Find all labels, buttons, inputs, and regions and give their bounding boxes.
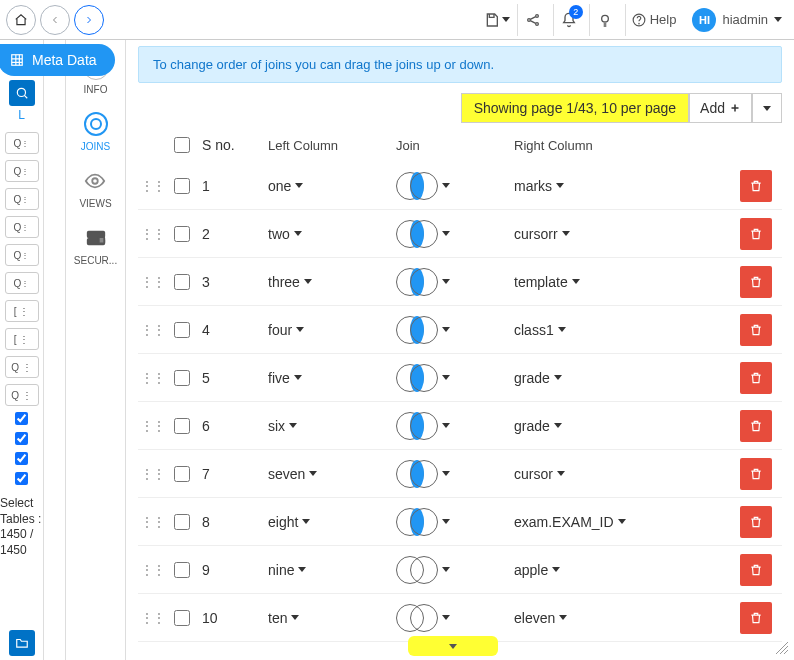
row-checkbox[interactable] (170, 178, 194, 194)
delete-row-button[interactable] (740, 314, 772, 346)
join-type-dropdown[interactable] (396, 603, 450, 633)
rail-mini-button[interactable]: Q ⋮ (5, 188, 39, 210)
row-checkbox[interactable] (170, 562, 194, 578)
right-column-dropdown[interactable]: apple (514, 562, 560, 578)
right-column-dropdown[interactable]: cursorr (514, 226, 570, 242)
drag-handle-icon[interactable]: ⋮⋮ (141, 467, 165, 481)
select-all-checkbox[interactable] (170, 137, 194, 153)
join-type-dropdown[interactable] (396, 363, 450, 393)
right-column-dropdown[interactable]: template (514, 274, 580, 290)
share-button[interactable] (517, 4, 549, 36)
drag-handle-icon[interactable]: ⋮⋮ (141, 515, 165, 529)
nav-forward-button[interactable] (74, 5, 104, 35)
drag-handle-icon[interactable]: ⋮⋮ (141, 179, 165, 193)
drag-handle-icon[interactable]: ⋮⋮ (141, 323, 165, 337)
meta-data-pill[interactable]: Meta Data (0, 44, 115, 76)
sidebar-item-joins[interactable]: JOINS (81, 105, 111, 156)
rail-mini-button[interactable]: Q ⋮ (5, 160, 39, 182)
left-column-dropdown[interactable]: five (268, 370, 302, 386)
plus-icon (729, 102, 741, 114)
drag-handle-icon[interactable]: ⋮⋮ (141, 227, 165, 241)
add-button[interactable]: Add (689, 93, 752, 123)
delete-row-button[interactable] (740, 362, 772, 394)
right-column-dropdown[interactable]: marks (514, 178, 564, 194)
rail-mini-button[interactable]: Q ⋮ (5, 272, 39, 294)
rail-mini-button[interactable]: Q ⋮ (5, 216, 39, 238)
help-button[interactable]: Help (625, 4, 683, 36)
row-checkbox[interactable] (170, 370, 194, 386)
sidebar-item-security[interactable]: SECUR... (74, 219, 117, 270)
join-type-dropdown[interactable] (396, 459, 450, 489)
rail-mini-button[interactable]: Q ⋮ (5, 356, 39, 378)
table-row: ⋮⋮3three template (138, 258, 782, 306)
left-column-dropdown[interactable]: nine (268, 562, 306, 578)
resize-grip-icon[interactable] (776, 642, 788, 654)
nav-home-button[interactable] (6, 5, 36, 35)
right-column-dropdown[interactable]: exam.EXAM_ID (514, 514, 626, 530)
left-column-dropdown[interactable]: seven (268, 466, 317, 482)
left-column-dropdown[interactable]: ten (268, 610, 299, 626)
delete-row-button[interactable] (740, 458, 772, 490)
user-menu[interactable]: HI hiadmin (686, 8, 788, 32)
drag-handle-icon[interactable]: ⋮⋮ (141, 275, 165, 289)
left-column-dropdown[interactable]: two (268, 226, 302, 242)
join-type-dropdown[interactable] (396, 267, 450, 297)
rail-check[interactable] (15, 412, 28, 428)
join-type-dropdown[interactable] (396, 411, 450, 441)
right-column-dropdown[interactable]: class1 (514, 322, 566, 338)
row-checkbox[interactable] (170, 274, 194, 290)
nav-back-button[interactable] (40, 5, 70, 35)
right-column-dropdown[interactable]: cursor (514, 466, 565, 482)
drag-handle-icon[interactable]: ⋮⋮ (141, 563, 165, 577)
rail-mini-button[interactable]: Q ⋮ (5, 384, 39, 406)
table-row: ⋮⋮8eight exam.EXAM_ID (138, 498, 782, 546)
delete-row-button[interactable] (740, 266, 772, 298)
delete-row-button[interactable] (740, 602, 772, 634)
right-column-dropdown[interactable]: grade (514, 418, 562, 434)
save-button[interactable] (481, 4, 513, 36)
search-button[interactable] (9, 80, 35, 106)
drag-handle-icon[interactable]: ⋮⋮ (141, 371, 165, 385)
delete-row-button[interactable] (740, 170, 772, 202)
row-checkbox[interactable] (170, 610, 194, 626)
left-column-dropdown[interactable]: four (268, 322, 304, 338)
left-column-dropdown[interactable]: three (268, 274, 312, 290)
rail-mini-button[interactable]: Q ⋮ (5, 244, 39, 266)
row-checkbox[interactable] (170, 226, 194, 242)
rail-folder-button[interactable] (9, 630, 35, 656)
pager-menu[interactable] (752, 93, 782, 123)
right-column-dropdown[interactable]: grade (514, 370, 562, 386)
delete-row-button[interactable] (740, 554, 772, 586)
delete-row-button[interactable] (740, 506, 772, 538)
left-column-dropdown[interactable]: six (268, 418, 297, 434)
row-checkbox[interactable] (170, 514, 194, 530)
join-type-dropdown[interactable] (396, 315, 450, 345)
rail-mini-button[interactable]: [ ⋮ (5, 300, 39, 322)
caret-down-icon (298, 567, 306, 572)
expand-more-button[interactable] (408, 636, 498, 656)
rail-mini-button[interactable]: [ ⋮ (5, 328, 39, 350)
row-checkbox[interactable] (170, 322, 194, 338)
rail-check[interactable] (15, 432, 28, 448)
rail-mini-button[interactable]: Q ⋮ (5, 132, 39, 154)
join-type-dropdown[interactable] (396, 171, 450, 201)
rail-check[interactable] (15, 452, 28, 468)
caret-down-icon (557, 471, 565, 476)
drag-handle-icon[interactable]: ⋮⋮ (141, 419, 165, 433)
delete-row-button[interactable] (740, 410, 772, 442)
notifications-button[interactable]: 2 (553, 4, 585, 36)
ideas-button[interactable] (589, 4, 621, 36)
row-checkbox[interactable] (170, 418, 194, 434)
col-right-label: Right Column (514, 138, 728, 153)
left-column-dropdown[interactable]: one (268, 178, 303, 194)
rail-check[interactable] (15, 472, 28, 488)
sidebar-item-views[interactable]: VIEWS (79, 162, 111, 213)
row-checkbox[interactable] (170, 466, 194, 482)
join-type-dropdown[interactable] (396, 507, 450, 537)
left-column-dropdown[interactable]: eight (268, 514, 310, 530)
join-type-dropdown[interactable] (396, 219, 450, 249)
delete-row-button[interactable] (740, 218, 772, 250)
drag-handle-icon[interactable]: ⋮⋮ (141, 611, 165, 625)
right-column-dropdown[interactable]: eleven (514, 610, 567, 626)
join-type-dropdown[interactable] (396, 555, 450, 585)
